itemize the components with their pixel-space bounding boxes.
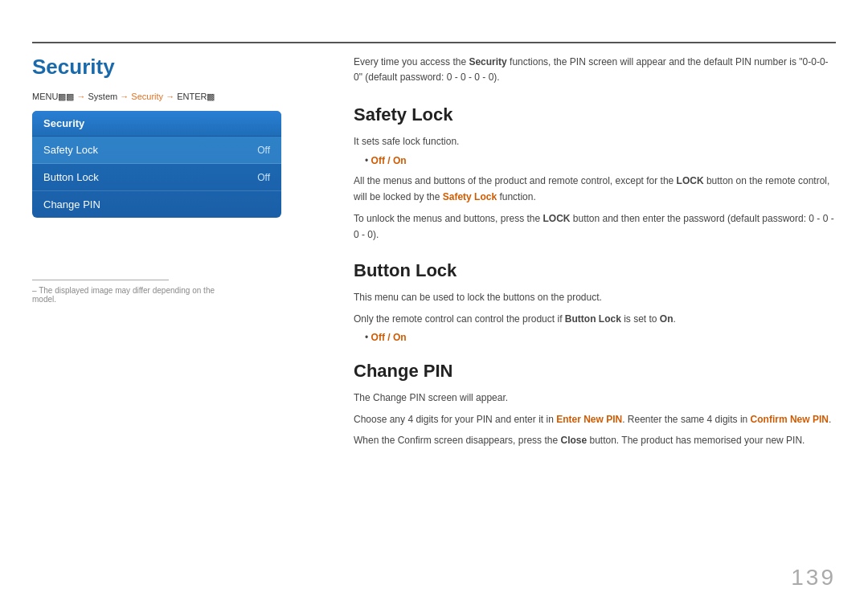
- footnote-line: [32, 280, 169, 280]
- section-button-lock: Button Lock This menu can be used to loc…: [354, 260, 836, 343]
- menu-item-safety-lock[interactable]: Safety Lock Off: [32, 137, 281, 164]
- security-label: Security: [131, 92, 163, 101]
- menu-path: MENU▩▩ → System → Security → ENTER▩: [32, 92, 215, 102]
- safety-lock-p2: All the menus and buttons of the product…: [354, 173, 836, 206]
- menu-item-value-button-lock: Off: [257, 172, 270, 183]
- change-pin-p2: Choose any 4 digits for your PIN and ent…: [354, 411, 836, 427]
- enter-label: ENTER▩: [177, 92, 215, 101]
- safety-lock-option: Off / On: [371, 155, 407, 166]
- button-lock-bullet: Off / On: [365, 332, 836, 343]
- top-border: [32, 42, 836, 43]
- menu-item-change-pin[interactable]: Change PIN: [32, 191, 281, 218]
- page-title: Security: [32, 55, 115, 80]
- button-lock-option: Off / On: [371, 332, 407, 343]
- security-panel: Security Safety Lock Off Button Lock Off…: [32, 111, 281, 218]
- arrow-3: →: [166, 92, 177, 101]
- section-change-pin: Change PIN The Change PIN screen will ap…: [354, 361, 836, 448]
- change-pin-p3: When the Confirm screen disappears, pres…: [354, 432, 836, 448]
- safety-lock-bullet: Off / On: [365, 155, 836, 166]
- section-title-button-lock: Button Lock: [354, 260, 836, 281]
- safety-lock-p3: To unlock the menus and buttons, press t…: [354, 210, 836, 243]
- arrow-2: →: [120, 92, 131, 101]
- section-safety-lock: Safety Lock It sets safe lock function. …: [354, 104, 836, 243]
- intro-text: Every time you access the Security funct…: [354, 55, 836, 85]
- menu-item-label: Button Lock: [43, 171, 99, 183]
- footnote-text: – The displayed image may differ dependi…: [32, 286, 225, 304]
- button-lock-p1: This menu can be used to lock the button…: [354, 289, 836, 305]
- page-number: 139: [791, 565, 836, 591]
- section-title-safety-lock: Safety Lock: [354, 104, 836, 125]
- menu-label: MENU▩▩: [32, 92, 74, 101]
- menu-item-label: Safety Lock: [43, 144, 98, 156]
- arrow-1: →: [76, 92, 88, 101]
- menu-item-button-lock[interactable]: Button Lock Off: [32, 164, 281, 191]
- system-label: System: [88, 92, 118, 101]
- menu-item-label: Change PIN: [43, 198, 100, 210]
- menu-item-value-safety-lock: Off: [257, 145, 270, 156]
- section-title-change-pin: Change PIN: [354, 361, 836, 382]
- button-lock-p2: Only the remote control can control the …: [354, 311, 836, 327]
- security-panel-header: Security: [32, 111, 281, 137]
- safety-lock-p1: It sets safe lock function.: [354, 133, 836, 149]
- right-content: Every time you access the Security funct…: [354, 55, 836, 466]
- change-pin-p1: The Change PIN screen will appear.: [354, 390, 836, 406]
